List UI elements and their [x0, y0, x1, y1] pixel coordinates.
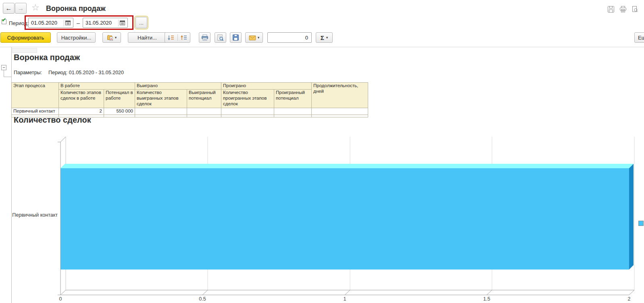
empty-cell: [274, 115, 312, 117]
date-to-input[interactable]: [83, 20, 117, 26]
report-variants-button[interactable]: ▾: [102, 32, 121, 43]
calendar-icon[interactable]: [65, 20, 71, 25]
save-icon: [232, 34, 239, 41]
generate-button[interactable]: Сформировать: [0, 32, 51, 43]
group-tree-line: [4, 77, 11, 77]
more-label: Еще: [638, 35, 644, 41]
selected-cell-marker[interactable]: [12, 48, 37, 53]
sort-button-group: [165, 32, 190, 43]
cell-in-work-potential[interactable]: 550 000: [104, 108, 135, 115]
sort-descending-button[interactable]: [165, 35, 177, 41]
settings-label: Настройки...: [61, 35, 92, 41]
save-button[interactable]: [230, 32, 242, 43]
window-print-button[interactable]: [619, 6, 627, 15]
column-header-in-work-count[interactable]: Количество этапов сделок в работе: [59, 90, 104, 108]
date-range-dash: –: [77, 20, 80, 26]
counter-input[interactable]: [268, 35, 311, 41]
report-title: Воронка продаж: [14, 53, 80, 62]
column-header-in-work-potential[interactable]: Потенциал в работе: [104, 90, 135, 108]
sigma-icon: Σ: [321, 34, 324, 41]
period-label: Период:: [9, 20, 29, 26]
column-header-lost-potential[interactable]: Проигранный потенциал: [274, 90, 312, 108]
page-title: Воронка продаж: [46, 4, 106, 13]
parameters-value: Период: 01.05.2020 - 31.05.2020: [48, 70, 124, 75]
toolbar-separator: [0, 47, 644, 47]
column-group-lost[interactable]: Проиграно: [221, 83, 312, 90]
date-from-input[interactable]: [29, 20, 63, 26]
email-button[interactable]: ▾: [245, 32, 263, 43]
column-header-won-potential[interactable]: Выигранный потенциал: [187, 90, 221, 108]
period-more-label: ...: [139, 20, 144, 26]
cell-won-count[interactable]: [135, 108, 187, 115]
chart-heading: Количество сделок: [14, 115, 91, 125]
forward-button[interactable]: →: [15, 3, 27, 14]
group-tree-line: [4, 70, 4, 77]
chart-category-label: Первичный контакт: [0, 212, 58, 218]
window-print-preview-button[interactable]: [631, 6, 639, 15]
email-icon: [249, 35, 256, 41]
calendar-icon[interactable]: [120, 20, 125, 25]
find-button[interactable]: Найти...: [128, 32, 167, 43]
print-icon: [619, 6, 627, 13]
empty-cell: [135, 115, 187, 117]
forward-icon: →: [18, 5, 24, 12]
date-to-field[interactable]: [83, 18, 128, 28]
x-tick-label: 0.5: [194, 296, 211, 302]
back-button[interactable]: ←: [3, 3, 15, 14]
print-preview-button[interactable]: [215, 32, 226, 43]
cell-won-potential[interactable]: [187, 108, 221, 115]
sort-descending-icon: [167, 35, 175, 41]
column-group-in-work[interactable]: В работе: [59, 83, 135, 90]
sort-ascending-button[interactable]: [178, 35, 190, 41]
column-header-lost-count[interactable]: Количество проигранных этапов сделок: [221, 90, 274, 108]
column-group-won[interactable]: Выиграно: [135, 83, 221, 90]
cell-lost-count[interactable]: [221, 108, 274, 115]
column-header-stage[interactable]: Этап процесса: [12, 83, 59, 108]
sum-button[interactable]: Σ ▾: [316, 32, 333, 43]
x-tick-label: 2: [620, 296, 638, 302]
settings-button[interactable]: Настройки...: [57, 32, 96, 43]
window-save-button[interactable]: [607, 6, 615, 15]
x-tick-label: 0: [52, 296, 69, 302]
chart-legend-marker: [638, 221, 644, 226]
save-icon: [607, 6, 615, 13]
print-preview-icon: [217, 34, 224, 41]
print-preview-icon: [631, 6, 639, 13]
app-window: ← → ☆ Воронка продаж ✔ Период: –: [0, 0, 644, 303]
x-tick-label: 1: [336, 296, 354, 302]
empty-cell: [312, 115, 368, 117]
column-header-duration[interactable]: Продолжительность, дней: [312, 83, 368, 108]
more-button[interactable]: Еще: [634, 32, 644, 43]
chart-bar-top-face: [60, 164, 634, 168]
chevron-down-icon: ▾: [326, 36, 328, 40]
empty-cell: [221, 115, 274, 117]
x-tick-label: 1.5: [478, 296, 496, 302]
print-icon: [201, 34, 208, 41]
empty-cell: [104, 115, 135, 117]
date-from-field[interactable]: [28, 18, 73, 28]
favorite-star-icon[interactable]: ☆: [31, 2, 40, 13]
print-button[interactable]: [199, 32, 210, 43]
chart-bar-side-face: [629, 164, 634, 270]
field-divider: [118, 20, 119, 26]
column-header-won-count[interactable]: Количество выигранных этапов сделок: [135, 90, 187, 108]
cell-in-work-count[interactable]: 2: [59, 108, 104, 115]
back-icon: ←: [6, 5, 12, 12]
cell-duration[interactable]: [312, 108, 368, 115]
period-more-button[interactable]: ...: [135, 17, 147, 28]
counter-field[interactable]: [267, 32, 312, 43]
table-row: Первичный контакт 2 550 000: [12, 108, 368, 115]
chevron-down-icon: ▾: [115, 36, 117, 40]
field-divider: [64, 20, 64, 26]
cell-lost-potential[interactable]: [274, 108, 312, 115]
chevron-down-icon: ▾: [258, 36, 260, 40]
checkbox-check-icon: ✔: [2, 17, 6, 23]
sort-ascending-icon: [180, 35, 188, 41]
generate-label: Сформировать: [7, 35, 44, 41]
parameters-label: Параметры:: [14, 70, 42, 75]
report-variants-icon: [107, 34, 113, 41]
chart-bar[interactable]: [60, 168, 629, 270]
collapse-minus-icon: −: [2, 65, 5, 70]
group-collapse-button[interactable]: −: [1, 65, 6, 70]
cell-stage[interactable]: Первичный контакт: [12, 108, 59, 115]
